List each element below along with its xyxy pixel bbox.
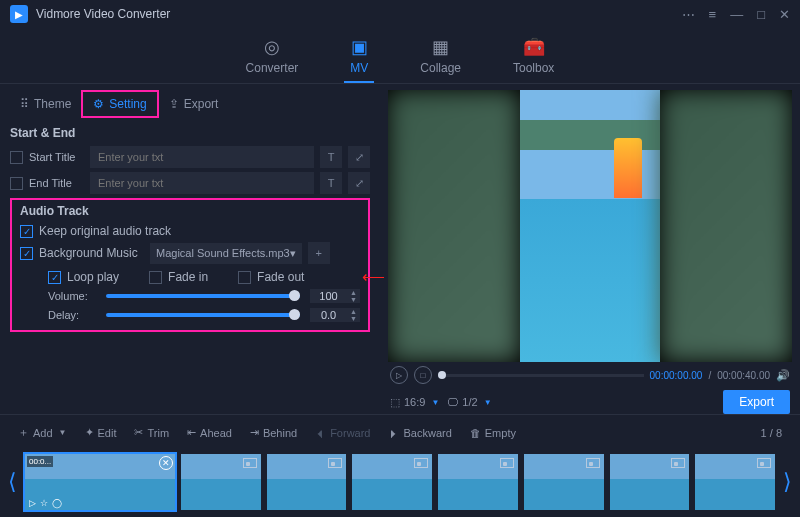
thumb-play-icon[interactable]: ▷ — [29, 498, 36, 508]
converter-icon: ◎ — [264, 36, 280, 58]
progress-bar[interactable] — [438, 374, 644, 377]
add-button[interactable]: ＋Add▼ — [10, 421, 75, 444]
thumbnail-3[interactable] — [267, 454, 347, 510]
thumb-controls: ▷☆◯ — [29, 498, 62, 508]
aspect-icon: ⬚ — [390, 396, 400, 409]
fadeout-label: Fade out — [257, 270, 304, 284]
close-icon[interactable]: ✕ — [779, 7, 790, 22]
forward-button[interactable]: ⏴Forward — [307, 423, 378, 443]
app-title: Vidmore Video Converter — [36, 7, 682, 21]
volume-slider[interactable] — [106, 294, 300, 298]
text-style-button[interactable]: T — [320, 146, 342, 168]
prev-arrow[interactable]: ⟨ — [6, 469, 19, 495]
delay-slider[interactable] — [106, 313, 300, 317]
maximize-icon[interactable]: □ — [757, 7, 765, 22]
title-bar: ▶ Vidmore Video Converter ⋯ ≡ — □ ✕ — [0, 0, 800, 28]
stop-button[interactable]: □ — [414, 366, 432, 384]
main-area: ⠿ Theme ⚙ Setting ⇪ Export Start & End S… — [0, 84, 800, 414]
behind-button[interactable]: ⇥Behind — [242, 422, 305, 443]
volume-value-box[interactable]: 100 ▲▼ — [310, 289, 360, 303]
thumbnail-7[interactable] — [610, 454, 690, 510]
feedback-icon[interactable]: ⋯ — [682, 7, 695, 22]
thumb-star-icon[interactable]: ☆ — [40, 498, 48, 508]
chevron-down-icon: ▼ — [431, 398, 439, 407]
subtab-label: Export — [184, 97, 219, 111]
start-title-input[interactable] — [90, 146, 314, 168]
loop-checkbox[interactable] — [48, 271, 61, 284]
empty-button[interactable]: 🗑Empty — [462, 423, 524, 443]
chevron-down-icon: ▼ — [484, 398, 492, 407]
image-placeholder-icon — [500, 458, 514, 468]
delay-spinner[interactable]: ▲▼ — [347, 308, 360, 322]
keep-original-checkbox[interactable] — [20, 225, 33, 238]
settings-panel: ⠿ Theme ⚙ Setting ⇪ Export Start & End S… — [0, 84, 380, 414]
image-placeholder-icon — [757, 458, 771, 468]
subtab-export[interactable]: ⇪ Export — [159, 90, 229, 118]
next-arrow[interactable]: ⟩ — [781, 469, 794, 495]
tab-mv[interactable]: ▣ MV — [344, 34, 374, 83]
tab-toolbox[interactable]: 🧰 Toolbox — [507, 34, 560, 81]
edit-button[interactable]: ✦Edit — [77, 422, 125, 443]
backward-button[interactable]: ⏵Backward — [380, 423, 459, 443]
thumbnail-4[interactable] — [352, 454, 432, 510]
fade-options-row: Loop play Fade in Fade out — [48, 270, 360, 284]
wand-icon: ✦ — [85, 426, 94, 439]
theme-icon: ⠿ — [20, 97, 29, 111]
thumbnail-5[interactable] — [438, 454, 518, 510]
volume-spinner[interactable]: ▲▼ — [347, 289, 360, 303]
export-button[interactable]: Export — [723, 390, 790, 414]
thumb-loop-icon[interactable]: ◯ — [52, 498, 62, 508]
screens-value: 1/2 — [462, 396, 477, 408]
delay-value-box[interactable]: 0.0 ▲▼ — [310, 308, 360, 322]
tab-label: Toolbox — [513, 61, 554, 75]
fadein-checkbox[interactable] — [149, 271, 162, 284]
mv-icon: ▣ — [351, 36, 368, 58]
screens-selector[interactable]: 🖵1/2▼ — [447, 396, 491, 408]
trim-button[interactable]: ✂Trim — [126, 422, 177, 443]
subtab-theme[interactable]: ⠿ Theme — [10, 90, 81, 118]
audio-track-section: Audio Track Keep original audio track Ba… — [10, 198, 370, 332]
fadeout-checkbox[interactable] — [238, 271, 251, 284]
start-title-checkbox[interactable] — [10, 151, 23, 164]
thumbnail-2[interactable] — [181, 454, 261, 510]
bg-music-select[interactable]: Magical Sound Effects.mp3 ▾ — [150, 243, 302, 264]
scissors-icon: ✂ — [134, 426, 143, 439]
bg-music-checkbox[interactable] — [20, 247, 33, 260]
clip-toolbar: ＋Add▼ ✦Edit ✂Trim ⇤Ahead ⇥Behind ⏴Forwar… — [0, 414, 800, 450]
fadein-label: Fade in — [168, 270, 208, 284]
aspect-selector[interactable]: ⬚16:9▼ — [390, 396, 439, 409]
aspect-value: 16:9 — [404, 396, 425, 408]
loop-label: Loop play — [67, 270, 119, 284]
volume-icon[interactable]: 🔊 — [776, 369, 790, 382]
time-current: 00:00:00.00 — [650, 370, 703, 381]
video-preview[interactable] — [388, 90, 792, 362]
text-style-button[interactable]: T — [320, 172, 342, 194]
audio-heading: Audio Track — [20, 204, 360, 218]
thumbnail-8[interactable] — [695, 454, 775, 510]
behind-icon: ⇥ — [250, 426, 259, 439]
minimize-icon[interactable]: — — [730, 7, 743, 22]
start-title-row: Start Title T ⤢ — [10, 146, 370, 168]
text-expand-button[interactable]: ⤢ — [348, 172, 370, 194]
forward-icon: ⏴ — [315, 427, 326, 439]
thumbnail-1[interactable]: 00:0... ✕ ▷☆◯ — [25, 454, 175, 510]
chevron-down-icon: ▾ — [290, 247, 296, 260]
app-logo-icon: ▶ — [10, 5, 28, 23]
plus-icon: ＋ — [18, 425, 29, 440]
tab-converter[interactable]: ◎ Converter — [240, 34, 305, 81]
ahead-button[interactable]: ⇤Ahead — [179, 422, 240, 443]
keep-original-row: Keep original audio track — [20, 224, 360, 238]
trash-icon: 🗑 — [470, 427, 481, 439]
menu-icon[interactable]: ≡ — [709, 7, 717, 22]
volume-value: 100 — [310, 290, 347, 302]
monitor-icon: 🖵 — [447, 396, 458, 408]
thumbnail-6[interactable] — [524, 454, 604, 510]
subtab-setting[interactable]: ⚙ Setting — [81, 90, 158, 118]
end-title-checkbox[interactable] — [10, 177, 23, 190]
end-title-input[interactable] — [90, 172, 314, 194]
thumb-delete-icon[interactable]: ✕ — [159, 456, 173, 470]
tab-collage[interactable]: ▦ Collage — [414, 34, 467, 81]
add-music-button[interactable]: + — [308, 242, 330, 264]
play-button[interactable]: ▷ — [390, 366, 408, 384]
text-expand-button[interactable]: ⤢ — [348, 146, 370, 168]
